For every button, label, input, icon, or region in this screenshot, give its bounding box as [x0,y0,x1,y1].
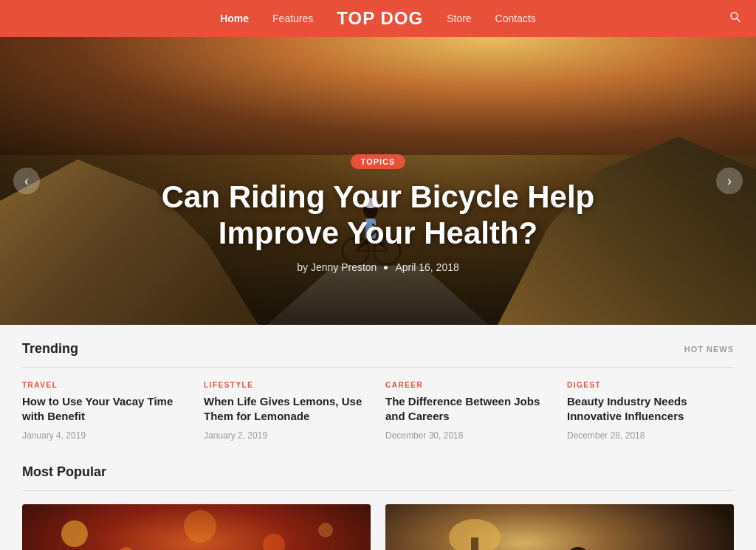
nav-store[interactable]: Store [447,13,471,24]
hero-date: April 16, 2018 [395,261,458,273]
office-scene [385,504,734,551]
popular-header: Most Popular [22,458,734,491]
nav-home[interactable]: Home [220,13,249,24]
hero-author: by Jenny Preston [297,261,377,273]
hero-sky [0,37,756,155]
popular-title: Most Popular [22,464,106,480]
trending-date-2: December 30, 2018 [385,430,552,441]
trending-item-title-3[interactable]: Beauty Industry Needs Innovative Influen… [567,394,734,424]
hero-prev-button[interactable]: ‹ [13,168,40,194]
svg-point-14 [61,520,88,547]
trending-category-2: CAREER [385,381,552,389]
hero-meta: by Jenny Preston April 16, 2018 [120,261,636,273]
main-nav: Home Features TOP DOG Store Contacts [220,8,536,29]
hero-next-button[interactable]: › [716,168,743,194]
main-content: Trending HOT NEWS TRAVEL How to Use Your… [0,325,756,550]
trending-header: Trending HOT NEWS [22,325,734,368]
svg-point-18 [318,523,333,537]
trending-date-3: December 28, 2018 [567,430,734,441]
city-scene [22,504,371,551]
svg-rect-29 [471,537,478,551]
site-header: Home Features TOP DOG Store Contacts [0,0,756,37]
hero-section: TOPICS Can Riding Your Bicycle Help Impr… [0,37,756,325]
popular-card-0[interactable] [22,504,371,551]
svg-point-0 [731,13,738,19]
trending-category-0: TRAVEL [22,381,189,389]
trending-grid: TRAVEL How to Use Your Vacay Time with B… [22,368,734,458]
hot-news-link[interactable]: HOT NEWS [684,345,734,354]
trending-date-1: January 2, 2019 [204,430,371,441]
popular-grid [22,491,734,551]
svg-point-16 [184,510,216,543]
trending-item-0: TRAVEL How to Use Your Vacay Time with B… [22,381,189,441]
trending-item-1: LIFESTYLE When Life Gives Lemons, Use Th… [204,381,371,441]
nav-contacts[interactable]: Contacts [495,13,536,24]
trending-category-3: DIGEST [567,381,734,389]
nav-features[interactable]: Features [272,13,313,24]
hero-content: TOPICS Can Riding Your Bicycle Help Impr… [120,154,636,273]
search-icon [729,11,741,23]
trending-title: Trending [22,341,78,357]
hero-meta-dot [384,266,388,269]
trending-item-title-0[interactable]: How to Use Your Vacay Time with Benefit [22,394,189,424]
svg-rect-27 [385,504,734,551]
trending-category-1: LIFESTYLE [204,381,371,389]
hero-category-badge: TOPICS [351,154,406,169]
trending-item-3: DIGEST Beauty Industry Needs Innovative … [567,381,734,441]
site-logo: TOP DOG [337,8,423,29]
hero-title: Can Riding Your Bicycle Help Improve You… [120,179,636,251]
svg-line-1 [737,18,740,22]
trending-item-2: CAREER The Difference Between Jobs and C… [385,381,552,441]
trending-item-title-1[interactable]: When Life Gives Lemons, Use Them for Lem… [204,394,371,424]
popular-card-1[interactable] [385,504,734,551]
trending-item-title-2[interactable]: The Difference Between Jobs and Careers [385,394,552,424]
search-button[interactable] [729,11,741,26]
trending-date-0: January 4, 2019 [22,430,189,441]
